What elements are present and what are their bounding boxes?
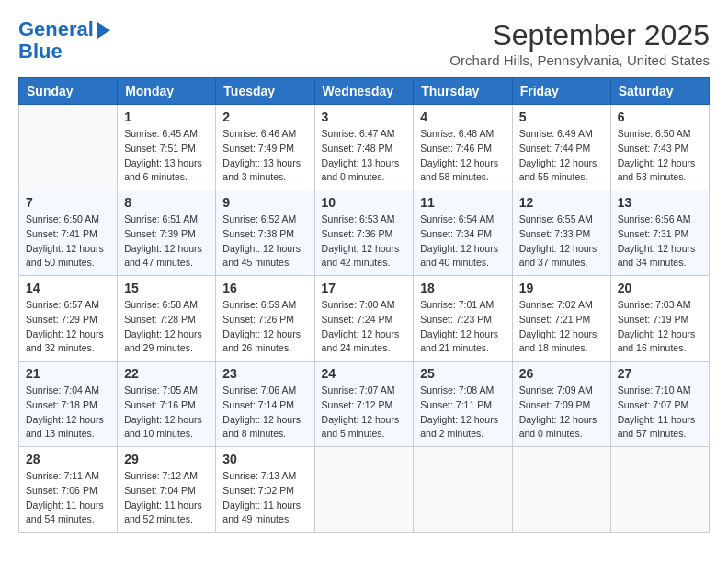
calendar-week-row: 1Sunrise: 6:45 AMSunset: 7:51 PMDaylight… — [19, 105, 710, 190]
day-info: Sunrise: 7:13 AMSunset: 7:02 PMDaylight:… — [222, 469, 307, 527]
day-info: Sunrise: 7:06 AMSunset: 7:14 PMDaylight:… — [222, 384, 307, 442]
day-number: 21 — [26, 366, 110, 381]
weekday-header-row: SundayMondayTuesdayWednesdayThursdayFrid… — [19, 78, 710, 105]
calendar-cell: 20Sunrise: 7:03 AMSunset: 7:19 PMDayligh… — [610, 276, 709, 362]
calendar-week-row: 21Sunrise: 7:04 AMSunset: 7:18 PMDayligh… — [19, 362, 710, 447]
day-info: Sunrise: 6:56 AMSunset: 7:31 PMDaylight:… — [618, 213, 702, 270]
calendar-week-row: 7Sunrise: 6:50 AMSunset: 7:41 PMDaylight… — [19, 190, 710, 276]
day-number: 17 — [322, 281, 407, 295]
calendar-cell: 15Sunrise: 6:58 AMSunset: 7:28 PMDayligh… — [118, 276, 216, 362]
weekday-header-saturday: Saturday — [610, 78, 709, 105]
calendar-cell: 3Sunrise: 6:47 AMSunset: 7:48 PMDaylight… — [314, 105, 414, 190]
day-number: 9 — [222, 195, 307, 210]
day-number: 20 — [618, 281, 702, 295]
calendar-cell: 24Sunrise: 7:07 AMSunset: 7:12 PMDayligh… — [314, 362, 414, 447]
weekday-header-wednesday: Wednesday — [314, 78, 414, 105]
day-info: Sunrise: 6:49 AMSunset: 7:44 PMDaylight:… — [519, 127, 604, 185]
day-number: 28 — [26, 452, 110, 466]
day-number: 10 — [322, 195, 407, 210]
day-info: Sunrise: 7:11 AMSunset: 7:06 PMDaylight:… — [26, 469, 110, 527]
day-number: 7 — [26, 195, 110, 210]
day-number: 18 — [420, 281, 505, 295]
day-number: 11 — [420, 195, 505, 210]
calendar-cell: 12Sunrise: 6:55 AMSunset: 7:33 PMDayligh… — [512, 190, 610, 276]
calendar-cell — [314, 447, 414, 533]
calendar-cell: 26Sunrise: 7:09 AMSunset: 7:09 PMDayligh… — [512, 362, 610, 447]
day-number: 25 — [420, 366, 505, 381]
calendar-cell: 19Sunrise: 7:02 AMSunset: 7:21 PMDayligh… — [512, 276, 610, 362]
logo-icon — [97, 22, 110, 39]
calendar-cell: 11Sunrise: 6:54 AMSunset: 7:34 PMDayligh… — [414, 190, 512, 276]
day-info: Sunrise: 7:07 AMSunset: 7:12 PMDaylight:… — [322, 384, 407, 442]
calendar-cell: 9Sunrise: 6:52 AMSunset: 7:38 PMDaylight… — [216, 190, 314, 276]
day-info: Sunrise: 7:01 AMSunset: 7:23 PMDaylight:… — [420, 298, 505, 356]
day-info: Sunrise: 6:48 AMSunset: 7:46 PMDaylight:… — [420, 127, 505, 185]
calendar-cell: 4Sunrise: 6:48 AMSunset: 7:46 PMDaylight… — [414, 105, 512, 190]
day-number: 24 — [322, 366, 407, 381]
calendar-cell: 13Sunrise: 6:56 AMSunset: 7:31 PMDayligh… — [610, 190, 709, 276]
day-number: 4 — [420, 109, 505, 124]
day-info: Sunrise: 7:05 AMSunset: 7:16 PMDaylight:… — [124, 384, 209, 442]
day-number: 27 — [618, 366, 702, 381]
logo-text2: Blue — [18, 40, 110, 63]
logo-text: General — [18, 18, 94, 40]
calendar-week-row: 14Sunrise: 6:57 AMSunset: 7:29 PMDayligh… — [19, 276, 710, 362]
page-header: General Blue September 2025 Orchard Hill… — [18, 18, 710, 68]
day-info: Sunrise: 7:10 AMSunset: 7:07 PMDaylight:… — [618, 384, 702, 442]
day-number: 22 — [124, 366, 209, 381]
day-number: 14 — [26, 281, 110, 295]
calendar-cell: 17Sunrise: 7:00 AMSunset: 7:24 PMDayligh… — [314, 276, 414, 362]
weekday-header-sunday: Sunday — [19, 78, 118, 105]
weekday-header-friday: Friday — [512, 78, 610, 105]
day-number: 8 — [124, 195, 209, 210]
day-number: 15 — [124, 281, 209, 295]
logo: General Blue — [18, 18, 110, 63]
calendar-cell: 21Sunrise: 7:04 AMSunset: 7:18 PMDayligh… — [19, 362, 118, 447]
calendar-cell — [414, 447, 512, 533]
calendar-cell: 5Sunrise: 6:49 AMSunset: 7:44 PMDaylight… — [512, 105, 610, 190]
day-number: 26 — [519, 366, 604, 381]
day-info: Sunrise: 6:52 AMSunset: 7:38 PMDaylight:… — [222, 213, 307, 270]
day-number: 23 — [222, 366, 307, 381]
day-info: Sunrise: 6:51 AMSunset: 7:39 PMDaylight:… — [124, 213, 209, 270]
day-info: Sunrise: 7:09 AMSunset: 7:09 PMDaylight:… — [519, 384, 604, 442]
day-info: Sunrise: 6:59 AMSunset: 7:26 PMDaylight:… — [222, 298, 307, 356]
day-info: Sunrise: 7:08 AMSunset: 7:11 PMDaylight:… — [420, 384, 505, 442]
calendar-cell: 27Sunrise: 7:10 AMSunset: 7:07 PMDayligh… — [610, 362, 709, 447]
day-number: 13 — [618, 195, 702, 210]
calendar-cell: 23Sunrise: 7:06 AMSunset: 7:14 PMDayligh… — [216, 362, 314, 447]
calendar-cell — [19, 105, 118, 190]
day-number: 1 — [124, 109, 209, 124]
calendar-cell — [610, 447, 709, 533]
calendar-cell: 16Sunrise: 6:59 AMSunset: 7:26 PMDayligh… — [216, 276, 314, 362]
calendar-cell: 28Sunrise: 7:11 AMSunset: 7:06 PMDayligh… — [19, 447, 118, 533]
calendar-cell — [512, 447, 610, 533]
day-number: 3 — [322, 109, 407, 124]
calendar-cell: 22Sunrise: 7:05 AMSunset: 7:16 PMDayligh… — [118, 362, 216, 447]
day-info: Sunrise: 6:46 AMSunset: 7:49 PMDaylight:… — [222, 127, 307, 185]
calendar-cell: 2Sunrise: 6:46 AMSunset: 7:49 PMDaylight… — [216, 105, 314, 190]
title-block: September 2025 Orchard Hills, Pennsylvan… — [449, 18, 710, 68]
calendar-cell: 7Sunrise: 6:50 AMSunset: 7:41 PMDaylight… — [19, 190, 118, 276]
day-info: Sunrise: 6:53 AMSunset: 7:36 PMDaylight:… — [322, 213, 407, 270]
calendar-cell: 29Sunrise: 7:12 AMSunset: 7:04 PMDayligh… — [118, 447, 216, 533]
day-info: Sunrise: 6:50 AMSunset: 7:43 PMDaylight:… — [618, 127, 702, 185]
day-info: Sunrise: 7:03 AMSunset: 7:19 PMDaylight:… — [618, 298, 702, 356]
day-info: Sunrise: 6:57 AMSunset: 7:29 PMDaylight:… — [26, 298, 110, 356]
calendar: SundayMondayTuesdayWednesdayThursdayFrid… — [18, 77, 710, 533]
day-info: Sunrise: 6:55 AMSunset: 7:33 PMDaylight:… — [519, 213, 604, 270]
day-number: 6 — [618, 109, 702, 124]
day-info: Sunrise: 7:00 AMSunset: 7:24 PMDaylight:… — [322, 298, 407, 356]
calendar-cell: 14Sunrise: 6:57 AMSunset: 7:29 PMDayligh… — [19, 276, 118, 362]
day-info: Sunrise: 6:45 AMSunset: 7:51 PMDaylight:… — [124, 127, 209, 185]
location: Orchard Hills, Pennsylvania, United Stat… — [449, 52, 710, 68]
calendar-cell: 25Sunrise: 7:08 AMSunset: 7:11 PMDayligh… — [414, 362, 512, 447]
day-info: Sunrise: 6:54 AMSunset: 7:34 PMDaylight:… — [420, 213, 505, 270]
day-info: Sunrise: 7:04 AMSunset: 7:18 PMDaylight:… — [26, 384, 110, 442]
day-number: 29 — [124, 452, 209, 466]
day-info: Sunrise: 7:12 AMSunset: 7:04 PMDaylight:… — [124, 469, 209, 527]
calendar-cell: 30Sunrise: 7:13 AMSunset: 7:02 PMDayligh… — [216, 447, 314, 533]
calendar-cell: 1Sunrise: 6:45 AMSunset: 7:51 PMDaylight… — [118, 105, 216, 190]
day-info: Sunrise: 6:50 AMSunset: 7:41 PMDaylight:… — [26, 213, 110, 270]
day-number: 19 — [519, 281, 604, 295]
